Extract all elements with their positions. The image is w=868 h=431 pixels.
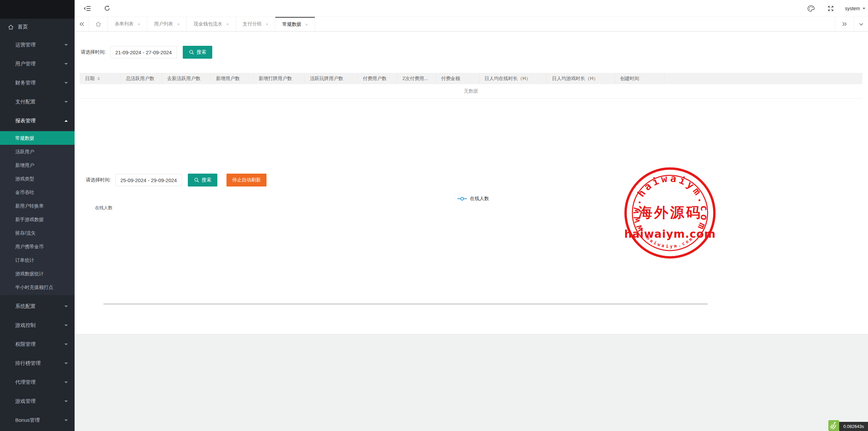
top-toolbar: system xyxy=(75,0,868,17)
sidebar-group-user-mgmt[interactable]: 用户管理 xyxy=(0,54,75,73)
close-icon[interactable]: × xyxy=(266,22,269,27)
col-paying-users: 付费用户数 xyxy=(358,73,397,84)
report-filter-form: 请选择时间: 搜索 xyxy=(81,46,212,59)
chevron-down-icon xyxy=(64,63,68,66)
chevron-down-icon xyxy=(64,419,68,423)
chevron-down-icon xyxy=(64,344,68,347)
tab-regular-data[interactable]: 常规数据 × xyxy=(275,17,315,31)
chevron-down-icon xyxy=(64,306,68,309)
app-screen: 首页 运营管理 用户管理 财务管理 支付配置 报表管理 常规数据 活跃用户 新增… xyxy=(0,0,868,431)
user-menu[interactable]: system xyxy=(845,0,865,17)
sidebar-item-coin-io[interactable]: 金币吞吐 xyxy=(0,185,75,199)
sidebar-group-operations-mgmt[interactable]: 运营管理 xyxy=(0,35,75,54)
fullscreen-icon[interactable] xyxy=(827,4,835,13)
stamp-arc-top-text: www.haiwaiym.com xyxy=(629,173,710,234)
col-date[interactable]: 日期 xyxy=(80,73,121,84)
chevron-down-icon xyxy=(64,381,68,385)
col-avg-online-hours: 日人均在线时长（H） xyxy=(479,73,547,84)
sidebar-bottom-groups: 系统配置 游戏控制 权限管理 排行榜管理 代理管理 游戏管理 xyxy=(0,297,75,430)
theme-palette-icon[interactable] xyxy=(807,4,815,13)
chevron-down-icon xyxy=(64,400,68,404)
load-time-value: 0.082643s xyxy=(839,422,868,431)
col-new-card-users: 新增打牌用户数 xyxy=(254,73,305,84)
date-range-input[interactable] xyxy=(110,46,177,58)
search-button[interactable]: 搜索 xyxy=(183,46,212,59)
sidebar-item-regular-data[interactable]: 常规数据 xyxy=(0,131,75,145)
sidebar-group-label: 权限管理 xyxy=(15,341,36,348)
sort-icon[interactable] xyxy=(97,76,100,82)
close-icon[interactable]: × xyxy=(177,22,180,27)
sidebar-group-label: 游戏控制 xyxy=(15,322,36,329)
tab-bar: 杀率列表 × 用户列表 × 现金钱包流水 × 支付分组 × 常规数据 × xyxy=(75,17,868,32)
sidebar-group-system-config[interactable]: 系统配置 xyxy=(0,297,75,316)
sidebar-item-new-user-conversion[interactable]: 新用户转换率 xyxy=(0,199,75,213)
sidebar-item-novice-game-data[interactable]: 新手游戏数据 xyxy=(0,213,75,226)
stamp-domain-text: haiwaiym.com xyxy=(624,228,716,240)
sidebar-item-home[interactable]: 首页 xyxy=(0,19,75,35)
sidebar-group-permission-mgmt[interactable]: 权限管理 xyxy=(0,335,75,354)
chevron-down-icon xyxy=(64,44,68,47)
sidebar-item-order-stats[interactable]: 订单统计 xyxy=(0,253,75,267)
tabs-menu-button[interactable] xyxy=(854,17,868,31)
sidebar-group-payment-config[interactable]: 支付配置 xyxy=(0,92,75,111)
sidebar-group-label: 系统配置 xyxy=(15,303,36,310)
close-icon[interactable]: × xyxy=(305,22,308,27)
close-icon[interactable]: × xyxy=(138,22,140,27)
sidebar-item-new-users[interactable]: 新增用户 xyxy=(0,158,75,172)
legend-label: 在线人数 xyxy=(470,196,489,202)
home-icon xyxy=(8,24,14,30)
report-table: 日期 总活跃用户数 去新活跃用户数 新增用户数 新增打牌用户数 活跃玩牌用户数 … xyxy=(80,73,862,99)
stamp-center-text: 海外源码 xyxy=(638,205,702,220)
col-new-users: 新增用户数 xyxy=(211,73,254,84)
collapse-sidebar-icon[interactable] xyxy=(83,4,92,13)
legend-line-marker-icon xyxy=(457,196,467,201)
tab-label: 现金钱包流水 xyxy=(194,21,222,27)
col-pay-amount: 付费金额 xyxy=(436,73,479,84)
sidebar-item-game-data-stats[interactable]: 游戏数据统计 xyxy=(0,267,75,280)
sidebar-group-agent-mgmt[interactable]: 代理管理 xyxy=(0,373,75,392)
chart-y-axis-name: 在线人数 xyxy=(95,205,113,211)
tab-kill-rate-list[interactable]: 杀率列表 × xyxy=(108,17,147,31)
chevron-down-icon xyxy=(64,101,68,104)
search-button-label: 搜索 xyxy=(202,177,211,183)
page-background-band xyxy=(75,334,868,431)
chevron-down-icon xyxy=(863,8,865,11)
tab-user-list[interactable]: 用户列表 × xyxy=(147,17,187,31)
close-icon[interactable]: × xyxy=(226,22,229,27)
sidebar-logo-band xyxy=(0,0,75,19)
tab-label: 用户列表 xyxy=(154,21,173,27)
chart-legend-online-users[interactable]: 在线人数 xyxy=(457,196,489,202)
stop-auto-refresh-button[interactable]: 停止自动刷新 xyxy=(226,174,267,187)
watermark-stamp: www.haiwaiym.com 海外源码 haiwaiym.com haiwa… xyxy=(623,165,717,260)
stop-button-label: 停止自动刷新 xyxy=(232,177,261,183)
tab-label: 支付分组 xyxy=(243,21,262,27)
table-header-row: 日期 总活跃用户数 去新活跃用户数 新增用户数 新增打牌用户数 活跃玩牌用户数 … xyxy=(80,73,862,84)
sidebar-group-label: 用户管理 xyxy=(15,61,36,67)
search-button-2[interactable]: 搜索 xyxy=(188,174,217,187)
date-range-input-2[interactable] xyxy=(115,174,182,186)
user-name: system xyxy=(845,6,860,11)
col-second-pay-users: 2次付费用... xyxy=(397,73,436,84)
sidebar-item-half-hour-recharge[interactable]: 半小时充值额打点 xyxy=(0,280,75,294)
sidebar-group-game-mgmt[interactable]: 游戏管理 xyxy=(0,392,75,411)
tabs-scroll-left-button[interactable] xyxy=(75,17,89,31)
sidebar-group-report-mgmt[interactable]: 报表管理 xyxy=(0,111,75,130)
sidebar-group-label: 支付配置 xyxy=(15,99,36,105)
sidebar-item-game-type[interactable]: 游戏类型 xyxy=(0,172,75,185)
sidebar-group-game-control[interactable]: 游戏控制 xyxy=(0,316,75,335)
sidebar-group-label: 排行榜管理 xyxy=(15,360,41,367)
sidebar-group-ranking-mgmt[interactable]: 排行榜管理 xyxy=(0,354,75,373)
sidebar-group-label: 财务管理 xyxy=(15,80,36,86)
sidebar-group-bonus-mgmt[interactable]: Bonus管理 xyxy=(0,411,75,430)
refresh-icon[interactable] xyxy=(103,4,111,13)
tab-bar-right-controls xyxy=(835,17,868,31)
tab-cash-wallet-flow[interactable]: 现金钱包流水 × xyxy=(187,17,236,31)
sidebar-group-finance-mgmt[interactable]: 财务管理 xyxy=(0,73,75,92)
col-total-active-users: 总活跃用户数 xyxy=(121,73,162,84)
tab-payment-group[interactable]: 支付分组 × xyxy=(236,17,276,31)
tab-home[interactable] xyxy=(89,17,108,31)
sidebar-item-retention-churn[interactable]: 留存/流失 xyxy=(0,226,75,240)
sidebar-item-active-users[interactable]: 活跃用户 xyxy=(0,145,75,158)
tabs-scroll-right-button[interactable] xyxy=(835,17,854,31)
sidebar-item-user-carry-coins[interactable]: 用户携带金币 xyxy=(0,240,75,253)
